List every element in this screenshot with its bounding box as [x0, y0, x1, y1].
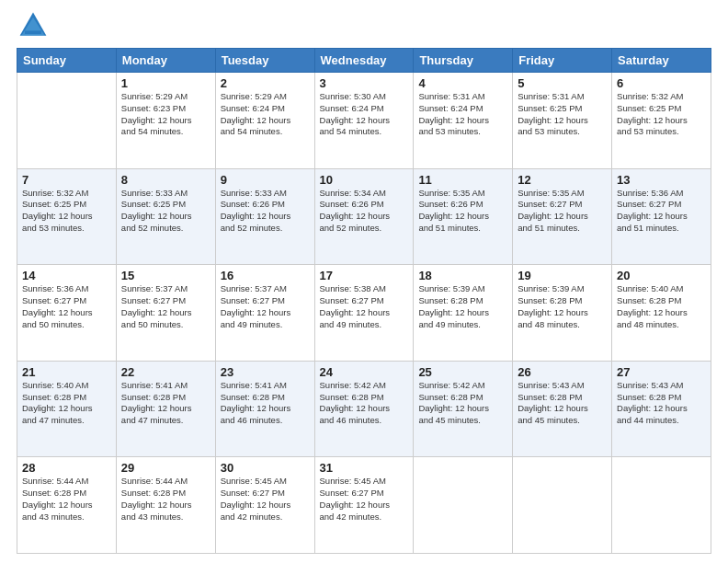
day-number: 14: [22, 269, 111, 282]
calendar-cell: 23Sunrise: 5:41 AM Sunset: 6:28 PM Dayli…: [215, 361, 314, 457]
day-number: 13: [617, 173, 706, 187]
day-info: Sunrise: 5:32 AM Sunset: 6:25 PM Dayligh…: [22, 188, 111, 235]
day-info: Sunrise: 5:41 AM Sunset: 6:28 PM Dayligh…: [121, 380, 210, 427]
calendar-cell: 9Sunrise: 5:33 AM Sunset: 6:26 PM Daylig…: [215, 168, 314, 265]
col-header-wednesday: Wednesday: [314, 49, 414, 73]
calendar-cell: [17, 73, 117, 169]
day-info: Sunrise: 5:45 AM Sunset: 6:27 PM Dayligh…: [221, 476, 310, 523]
calendar-cell: 11Sunrise: 5:35 AM Sunset: 6:26 PM Dayli…: [414, 168, 513, 265]
calendar-cell: 21Sunrise: 5:40 AM Sunset: 6:28 PM Dayli…: [17, 361, 117, 457]
day-info: Sunrise: 5:35 AM Sunset: 6:27 PM Dayligh…: [518, 188, 607, 235]
col-header-monday: Monday: [116, 49, 215, 73]
day-info: Sunrise: 5:30 AM Sunset: 6:24 PM Dayligh…: [320, 91, 409, 138]
day-number: 6: [617, 76, 706, 90]
day-info: Sunrise: 5:33 AM Sunset: 6:26 PM Dayligh…: [221, 188, 310, 235]
day-number: 22: [121, 365, 210, 379]
day-number: 4: [418, 76, 507, 90]
calendar-table: SundayMondayTuesdayWednesdayThursdayFrid…: [17, 48, 711, 554]
day-number: 15: [121, 269, 210, 282]
calendar-cell: 1Sunrise: 5:29 AM Sunset: 6:23 PM Daylig…: [116, 73, 215, 169]
day-info: Sunrise: 5:33 AM Sunset: 6:25 PM Dayligh…: [121, 188, 210, 235]
day-info: Sunrise: 5:40 AM Sunset: 6:28 PM Dayligh…: [617, 283, 706, 330]
day-number: 20: [617, 269, 706, 282]
day-info: Sunrise: 5:36 AM Sunset: 6:27 PM Dayligh…: [22, 283, 111, 330]
calendar-cell: 6Sunrise: 5:32 AM Sunset: 6:25 PM Daylig…: [612, 73, 711, 169]
day-number: 10: [320, 173, 409, 187]
day-number: 5: [518, 76, 607, 90]
day-info: Sunrise: 5:44 AM Sunset: 6:28 PM Dayligh…: [22, 476, 111, 523]
day-number: 2: [221, 76, 310, 90]
day-info: Sunrise: 5:44 AM Sunset: 6:28 PM Dayligh…: [121, 476, 210, 523]
calendar-cell: 28Sunrise: 5:44 AM Sunset: 6:28 PM Dayli…: [17, 457, 117, 554]
col-header-friday: Friday: [513, 49, 612, 73]
day-number: 16: [221, 269, 310, 282]
day-number: 19: [518, 269, 607, 282]
calendar-cell: 15Sunrise: 5:37 AM Sunset: 6:27 PM Dayli…: [116, 265, 215, 362]
day-number: 29: [121, 461, 210, 475]
day-info: Sunrise: 5:31 AM Sunset: 6:25 PM Dayligh…: [518, 91, 607, 138]
svg-rect-2: [25, 30, 41, 34]
calendar-cell: 26Sunrise: 5:43 AM Sunset: 6:28 PM Dayli…: [513, 361, 612, 457]
col-header-saturday: Saturday: [612, 49, 711, 73]
calendar-cell: 19Sunrise: 5:39 AM Sunset: 6:28 PM Dayli…: [513, 265, 612, 362]
calendar-cell: 30Sunrise: 5:45 AM Sunset: 6:27 PM Dayli…: [215, 457, 314, 554]
day-number: 30: [221, 461, 310, 475]
logo: [17, 9, 53, 42]
calendar-cell: 14Sunrise: 5:36 AM Sunset: 6:27 PM Dayli…: [17, 265, 117, 362]
calendar-cell: 4Sunrise: 5:31 AM Sunset: 6:24 PM Daylig…: [414, 73, 513, 169]
calendar-cell: 3Sunrise: 5:30 AM Sunset: 6:24 PM Daylig…: [314, 73, 414, 169]
day-number: 9: [221, 173, 310, 187]
calendar-cell: 10Sunrise: 5:34 AM Sunset: 6:26 PM Dayli…: [314, 168, 414, 265]
day-number: 26: [518, 365, 607, 379]
day-info: Sunrise: 5:41 AM Sunset: 6:28 PM Dayligh…: [221, 380, 310, 427]
day-number: 12: [518, 173, 607, 187]
day-info: Sunrise: 5:35 AM Sunset: 6:26 PM Dayligh…: [418, 188, 507, 235]
col-header-tuesday: Tuesday: [215, 49, 314, 73]
calendar-cell: [612, 457, 711, 554]
day-info: Sunrise: 5:31 AM Sunset: 6:24 PM Dayligh…: [418, 91, 507, 138]
day-number: 8: [121, 173, 210, 187]
logo-icon: [17, 9, 50, 42]
header: [17, 9, 711, 42]
day-info: Sunrise: 5:40 AM Sunset: 6:28 PM Dayligh…: [22, 380, 111, 427]
day-info: Sunrise: 5:39 AM Sunset: 6:28 PM Dayligh…: [418, 283, 507, 330]
day-info: Sunrise: 5:43 AM Sunset: 6:28 PM Dayligh…: [518, 380, 607, 427]
day-info: Sunrise: 5:29 AM Sunset: 6:24 PM Dayligh…: [221, 91, 310, 138]
day-number: 31: [320, 461, 409, 475]
calendar-cell: 22Sunrise: 5:41 AM Sunset: 6:28 PM Dayli…: [116, 361, 215, 457]
day-info: Sunrise: 5:36 AM Sunset: 6:27 PM Dayligh…: [617, 188, 706, 235]
calendar-cell: 25Sunrise: 5:42 AM Sunset: 6:28 PM Dayli…: [414, 361, 513, 457]
calendar-week-4: 21Sunrise: 5:40 AM Sunset: 6:28 PM Dayli…: [17, 361, 711, 457]
day-number: 3: [320, 76, 409, 90]
calendar-cell: 8Sunrise: 5:33 AM Sunset: 6:25 PM Daylig…: [116, 168, 215, 265]
calendar-cell: [513, 457, 612, 554]
day-info: Sunrise: 5:42 AM Sunset: 6:28 PM Dayligh…: [418, 380, 507, 427]
calendar-week-3: 14Sunrise: 5:36 AM Sunset: 6:27 PM Dayli…: [17, 265, 711, 362]
day-number: 23: [221, 365, 310, 379]
day-number: 28: [22, 461, 111, 475]
calendar-cell: 24Sunrise: 5:42 AM Sunset: 6:28 PM Dayli…: [314, 361, 414, 457]
day-info: Sunrise: 5:43 AM Sunset: 6:28 PM Dayligh…: [617, 380, 706, 427]
day-info: Sunrise: 5:39 AM Sunset: 6:28 PM Dayligh…: [518, 283, 607, 330]
day-info: Sunrise: 5:42 AM Sunset: 6:28 PM Dayligh…: [320, 380, 409, 427]
day-info: Sunrise: 5:38 AM Sunset: 6:27 PM Dayligh…: [320, 283, 409, 330]
day-info: Sunrise: 5:32 AM Sunset: 6:25 PM Dayligh…: [617, 91, 706, 138]
calendar-cell: 20Sunrise: 5:40 AM Sunset: 6:28 PM Dayli…: [612, 265, 711, 362]
day-info: Sunrise: 5:29 AM Sunset: 6:23 PM Dayligh…: [121, 91, 210, 138]
calendar-cell: 29Sunrise: 5:44 AM Sunset: 6:28 PM Dayli…: [116, 457, 215, 554]
day-number: 17: [320, 269, 409, 282]
day-number: 27: [617, 365, 706, 379]
calendar-cell: [414, 457, 513, 554]
calendar-cell: 2Sunrise: 5:29 AM Sunset: 6:24 PM Daylig…: [215, 73, 314, 169]
day-number: 11: [418, 173, 507, 187]
day-number: 25: [418, 365, 507, 379]
calendar-header-row: SundayMondayTuesdayWednesdayThursdayFrid…: [17, 49, 711, 73]
calendar-cell: 17Sunrise: 5:38 AM Sunset: 6:27 PM Dayli…: [314, 265, 414, 362]
day-number: 24: [320, 365, 409, 379]
day-info: Sunrise: 5:34 AM Sunset: 6:26 PM Dayligh…: [320, 188, 409, 235]
calendar-cell: 13Sunrise: 5:36 AM Sunset: 6:27 PM Dayli…: [612, 168, 711, 265]
day-number: 7: [22, 173, 111, 187]
calendar-cell: 27Sunrise: 5:43 AM Sunset: 6:28 PM Dayli…: [612, 361, 711, 457]
col-header-sunday: Sunday: [17, 49, 117, 73]
calendar-cell: 16Sunrise: 5:37 AM Sunset: 6:27 PM Dayli…: [215, 265, 314, 362]
